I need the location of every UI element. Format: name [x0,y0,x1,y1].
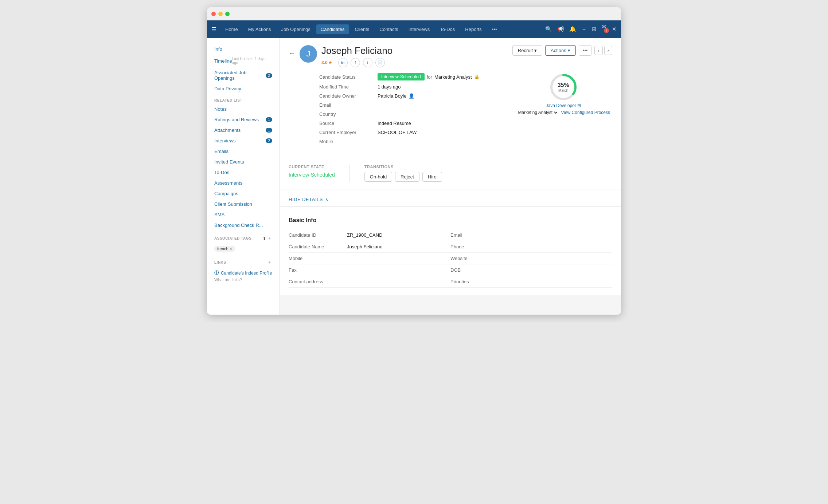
sidebar-item-info[interactable]: Info [207,44,280,54]
close-dot[interactable] [211,12,216,16]
lock-icon: 🔒 [474,74,480,79]
interviews-badge: 2 [266,138,272,143]
sidebar-item-client-submission[interactable]: Client Submission [207,199,280,209]
avatar: J [300,45,317,63]
sidebar-item-notes[interactable]: Notes [207,104,280,114]
candidate-rating[interactable]: 3.0 ★ [321,60,332,65]
add-link-button[interactable]: ＋ [267,259,272,265]
prev-arrow[interactable]: ‹ [594,46,602,55]
candidate-header-top: ← J Joseph Feliciano 3.0 ★ [289,45,612,67]
candidate-header: ← J Joseph Feliciano 3.0 ★ [280,38,621,154]
notification-icon[interactable]: 🔔 [569,26,576,32]
sidebar-item-ratings[interactable]: Ratings and Reviews 1 [207,114,280,125]
announcement-icon[interactable]: 📢 [557,26,564,32]
info-row-candidate-id: Candidate ID ZR_1900_CAND [289,229,450,241]
basic-info-title: Basic Info [289,217,612,224]
sidebar-item-campaigns[interactable]: Campaigns [207,188,280,199]
actions-button[interactable]: Actions ▾ [545,45,576,56]
process-dropdown[interactable]: Marketing Analyst [516,110,559,115]
sidebar-item-associated-job-openings[interactable]: Associated Job Openings 2 [207,67,280,83]
hamburger-icon[interactable]: ☰ [211,26,216,33]
nav-clients[interactable]: Clients [351,24,374,34]
facebook-icon[interactable]: f [351,58,360,67]
transitions-label: TRANSITIONS [364,165,442,169]
match-label: Match [558,88,569,92]
nav-job-openings[interactable]: Job Openings [277,24,315,34]
link-indeed-profile[interactable]: ⓘ Candidate's Indeed Profile [214,270,272,276]
links-help-text[interactable]: What are links? [214,277,272,282]
job-link[interactable]: Marketing Analyst [434,74,472,80]
sidebar-item-invited-events[interactable]: Invited Events [207,157,280,167]
state-panel: CURRENT STATE Interview-Scheduled TRANSI… [280,157,621,189]
match-percent: 35% [558,82,569,88]
employer-value: SCHOOL OF LAW [378,130,417,135]
grid-icon[interactable]: ⊞ [592,26,597,32]
tag-french: french × [214,246,235,252]
nav-reports[interactable]: Reports [461,24,486,34]
maximize-dot[interactable] [225,12,230,16]
links-list: ⓘ Candidate's Indeed Profile What are li… [207,267,280,285]
document-icon[interactable]: 📄 [375,58,385,67]
view-configured-process[interactable]: View Configured Process [561,110,610,115]
nav-candidates[interactable]: Candidates [316,24,349,34]
info-row-mobile: Mobile [289,253,450,264]
on-hold-button[interactable]: On-hold [364,172,392,182]
sidebar-item-todos[interactable]: To-Dos [207,167,280,178]
actions-dropdown-icon: ▾ [568,48,570,53]
match-circle: 35% Match [549,72,578,102]
sidebar-item-sms[interactable]: SMS [207,209,280,220]
sidebar-item-attachments[interactable]: Attachments 1 [207,125,280,135]
candidate-meta-row: 3.0 ★ in f t 📄 [321,58,508,67]
linkedin-icon[interactable]: in [338,58,348,67]
back-arrow-icon[interactable]: ← [289,50,295,57]
field-employer: Current Employer SCHOOL OF LAW [319,130,604,135]
nav-interviews[interactable]: Interviews [404,24,434,34]
transition-buttons: On-hold Reject Hire [364,172,442,182]
recruit-button[interactable]: Recruit ▾ [512,45,542,56]
recruit-dropdown-icon: ▾ [534,48,537,53]
attachments-badge: 1 [266,128,272,133]
candidate-id-value: ZR_1900_CAND [347,232,383,238]
owner-value: Patricia Boyle [378,93,406,99]
sidebar: Info Timeline Last Update : 1 days ago A… [207,38,280,315]
current-state-label: CURRENT STATE [289,165,335,169]
links-section: LINKS ＋ [207,255,280,267]
nav-todos[interactable]: To-Dos [436,24,459,34]
next-arrow[interactable]: › [604,46,612,55]
sidebar-item-background-check[interactable]: Background Check R... [207,220,280,231]
email-icon-wrap[interactable]: ✉ 4 [602,23,607,35]
current-state-value: Interview-Scheduled [289,172,335,178]
nav-contacts[interactable]: Contacts [375,24,402,34]
nav-my-actions[interactable]: My Actions [244,24,276,34]
titlebar [207,7,621,20]
state-content: CURRENT STATE Interview-Scheduled TRANSI… [289,165,612,182]
sidebar-item-emails[interactable]: Emails [207,146,280,157]
sidebar-item-data-privacy[interactable]: Data Privacy [207,83,280,94]
minimize-dot[interactable] [218,12,223,16]
match-bottom: Marketing Analyst View Configured Proces… [516,110,610,115]
add-icon[interactable]: ＋ [581,26,587,33]
nav-more[interactable]: ••• [488,24,501,34]
main-content: ← J Joseph Feliciano 3.0 ★ [280,38,621,315]
sidebar-item-interviews[interactable]: Interviews 2 [207,135,280,146]
twitter-icon[interactable]: t [363,58,372,67]
hide-details-bar[interactable]: HIDE DETAILS ∧ [280,192,621,207]
java-developer-link[interactable]: Java Developer ⊞ [546,103,581,108]
nav-home[interactable]: Home [221,24,242,34]
reject-button[interactable]: Reject [395,172,419,182]
basic-info-grid: Candidate ID ZR_1900_CAND Candidate Name… [289,229,612,288]
hire-button[interactable]: Hire [422,172,442,182]
field-mobile: Mobile [319,139,604,144]
add-tag-button[interactable]: ＋ [267,235,272,241]
remove-tag-french[interactable]: × [230,247,232,251]
candidate-name-row: Joseph Feliciano [321,45,508,56]
field-source: Source Indeed Resume [319,121,604,126]
state-divider [349,165,350,182]
info-row-phone: Phone [450,241,612,253]
more-options-button[interactable]: ••• [579,45,592,56]
search-icon[interactable]: 🔍 [545,26,552,32]
sidebar-item-assessments[interactable]: Assessments [207,178,280,188]
close-icon[interactable]: ✕ [612,26,617,32]
main-layout: Info Timeline Last Update : 1 days ago A… [207,38,621,315]
sidebar-item-timeline[interactable]: Timeline Last Update : 1 days ago [207,54,280,67]
